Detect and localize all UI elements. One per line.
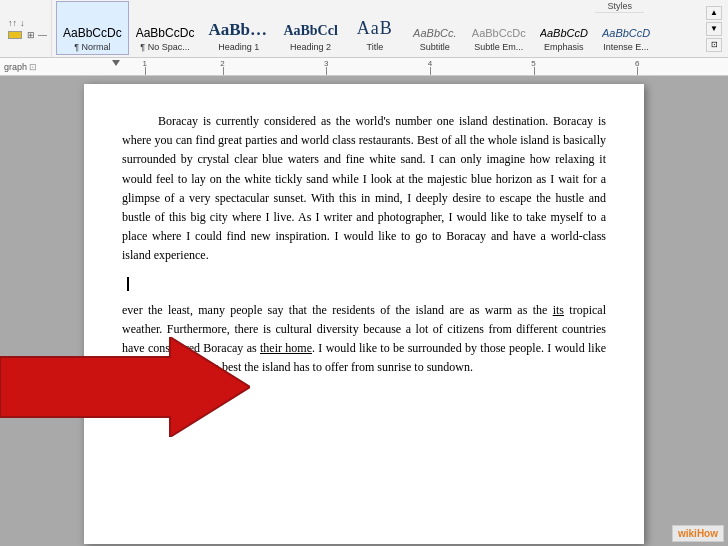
style-subtle-em[interactable]: AaBbCcDcSubtle Em... xyxy=(465,1,533,55)
ruler-scale: 123456 xyxy=(80,58,728,75)
style-heading2[interactable]: AaBbCclHeading 2 xyxy=(276,1,344,55)
style-subtitle[interactable]: AaBbCc.Subtitle xyxy=(405,1,465,55)
wikihow-prefix: wiki xyxy=(678,528,697,539)
ruler-left-label: graph ⊡ xyxy=(0,60,80,74)
wikihow-badge: wikiHow xyxy=(672,525,724,542)
expand-icon[interactable]: ⊞ xyxy=(27,30,35,40)
style-normal[interactable]: AaBbCcDc¶ Normal xyxy=(56,1,129,55)
paint-icon[interactable] xyxy=(8,31,22,39)
style-title[interactable]: AaBTitle xyxy=(345,1,405,55)
text-cursor xyxy=(127,277,129,291)
document-page[interactable]: Boracay is currently considered as the w… xyxy=(84,84,644,544)
collapse-icon[interactable]: — xyxy=(38,30,47,40)
toolbar-icons: ↑↑ ↓ ⊞ — xyxy=(4,0,52,57)
styles-scroll-up[interactable]: ▲ xyxy=(706,6,722,20)
ruler: graph ⊡ 123456 xyxy=(0,58,728,76)
styles-section-header: Styles xyxy=(607,1,632,11)
sort-desc-icon[interactable]: ↓ xyxy=(20,18,25,28)
ribbon: ↑↑ ↓ ⊞ — Styles AaBbCcDc¶ NormalAaBbCcDc… xyxy=(0,0,728,58)
wikihow-brand: How xyxy=(697,528,718,539)
style-no-space[interactable]: AaBbCcDc¶ No Spac... xyxy=(129,1,202,55)
ruler-handle-icon: ⊡ xyxy=(29,62,37,72)
styles-more[interactable]: ⊡ xyxy=(706,38,722,52)
document-text: Boracay is currently considered as the w… xyxy=(122,112,606,377)
style-emphasis[interactable]: AaBbCcDEmphasis xyxy=(533,1,595,55)
style-heading1[interactable]: AaBbCcHeading 1 xyxy=(201,1,276,55)
sort-asc-icon[interactable]: ↑↑ xyxy=(8,18,17,28)
document-area: Boracay is currently considered as the w… xyxy=(0,76,728,546)
ruler-indent-marker[interactable] xyxy=(112,60,120,66)
styles-scroll-down[interactable]: ▼ xyxy=(706,22,722,36)
